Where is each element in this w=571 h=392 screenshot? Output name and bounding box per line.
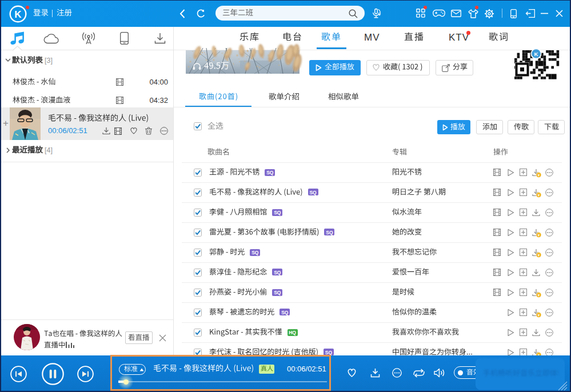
svg-text:¥: ¥	[538, 173, 540, 177]
svg-text:K: K	[534, 51, 538, 57]
svg-text:¥: ¥	[538, 233, 540, 237]
svg-text:¥: ¥	[538, 293, 540, 297]
svg-text:¥: ¥	[538, 193, 540, 197]
svg-text:K: K	[14, 9, 22, 20]
svg-text:¥: ¥	[538, 313, 540, 317]
svg-text:¥: ¥	[538, 253, 540, 257]
